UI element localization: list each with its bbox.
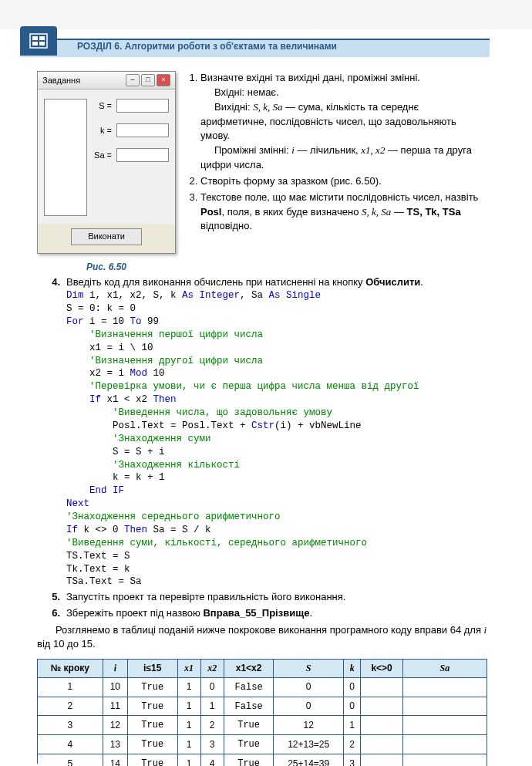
trace-table: № крокуii≤15x1x2x1<x2Skk<>0Sa 110True10F… xyxy=(37,659,487,766)
table-header: i≤15 xyxy=(127,660,177,678)
minimize-icon: – xyxy=(126,74,140,86)
table-row: 110True10False00 xyxy=(38,677,487,697)
chapter-icon xyxy=(20,26,57,56)
table-header: S xyxy=(274,660,344,678)
input-sa xyxy=(116,148,169,162)
table-row: 413True13True12+13=252 xyxy=(38,735,487,754)
svg-rect-4 xyxy=(39,42,45,46)
table-header: k xyxy=(343,660,361,678)
table-header: i xyxy=(103,660,127,678)
table-row: 514True14True25+14=393 xyxy=(38,754,487,766)
table-header: № кроку xyxy=(38,660,103,678)
content: Завдання – □ × S = k = Sa = xyxy=(0,57,532,766)
input-s xyxy=(116,99,169,113)
figure-caption: Рис. 6.50 xyxy=(37,262,176,272)
item-2: Створіть форму за зразком (рис. 6.50). xyxy=(200,174,487,189)
item-4: 4. Введіть код для виконання обчислень п… xyxy=(37,275,487,289)
execute-button: Виконати xyxy=(71,228,142,245)
svg-rect-1 xyxy=(32,36,38,40)
svg-rect-3 xyxy=(32,42,38,46)
maximize-icon: □ xyxy=(141,74,155,86)
label-s: S = xyxy=(92,101,112,110)
chapter-title: РОЗДІЛ 6. Алгоритми роботи з об'єктами т… xyxy=(77,41,337,52)
chapter-header: РОЗДІЛ 6. Алгоритми роботи з об'єктами т… xyxy=(0,29,532,57)
figure-6-50: Завдання – □ × S = k = Sa = xyxy=(37,71,176,272)
table-header: x2 xyxy=(200,660,224,678)
table-row: 312True12True121 xyxy=(38,716,487,735)
item-6: 6.Збережіть проект під назвою Вправа_55_… xyxy=(37,606,487,620)
close-icon: × xyxy=(157,74,170,86)
form-window-title: Завдання xyxy=(42,76,80,85)
form-listbox xyxy=(44,99,87,216)
item-3: Текстове поле, що має містити послідовні… xyxy=(200,191,487,235)
table-row: 211True11False00 xyxy=(38,697,487,716)
page: РОЗДІЛ 6. Алгоритми роботи з об'єктами т… xyxy=(0,29,532,766)
svg-rect-0 xyxy=(30,34,47,48)
input-k xyxy=(116,123,169,137)
table-header: Sa xyxy=(402,660,487,678)
item-5: 5.Запустіть проект та перевірте правильн… xyxy=(37,590,487,604)
label-sa: Sa = xyxy=(92,150,112,160)
table-header: x1<x2 xyxy=(224,660,274,678)
code-block: Dim i, x1, x2, S, k As Integer, Sa As Si… xyxy=(66,289,487,589)
item-1: Визначте вхідні та вихідні дані, проміжн… xyxy=(200,71,487,173)
table-header: x1 xyxy=(177,660,200,678)
table-header: k<>0 xyxy=(361,660,402,678)
paragraph: Розглянемо в таблиці поданій нижче покро… xyxy=(37,623,487,651)
svg-rect-2 xyxy=(39,36,45,40)
label-k: k = xyxy=(92,126,112,135)
